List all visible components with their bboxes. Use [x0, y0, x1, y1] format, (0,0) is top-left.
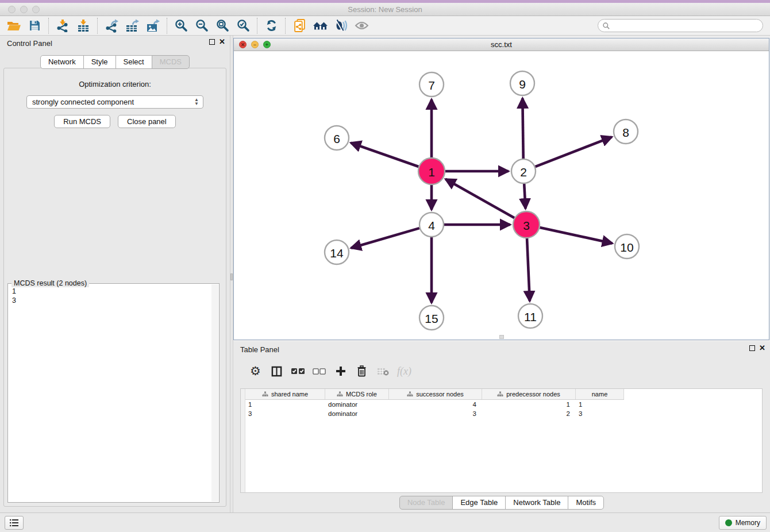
table-body: 1dominator4113dominator323	[245, 400, 762, 418]
network-resize-grip[interactable]	[499, 335, 504, 339]
graph-edge-3-11[interactable]	[527, 238, 530, 301]
tab-edge-table[interactable]: Edge Table	[452, 496, 506, 510]
table-row[interactable]: 1dominator411	[245, 400, 762, 409]
tab-node-table[interactable]: Node Table	[399, 496, 453, 510]
graph-edge-3-10[interactable]	[540, 228, 612, 243]
network-canvas[interactable]: 7968124314101511	[234, 51, 769, 340]
column-header-MCDS-role[interactable]: MCDS role	[325, 389, 389, 399]
column-header-shared-name[interactable]: shared name	[245, 389, 325, 399]
close-panel-icon[interactable]: ✕	[219, 39, 225, 45]
graph-node-10[interactable]: 10	[615, 234, 639, 259]
graph-node-2[interactable]: 2	[511, 159, 536, 183]
export-network-button[interactable]	[101, 17, 122, 34]
graph-node-1[interactable]: 1	[418, 158, 445, 184]
deselect-all-button[interactable]	[309, 361, 330, 381]
graph-node-11[interactable]: 11	[518, 304, 542, 328]
table-panel-header: Table Panel ✕	[233, 342, 770, 357]
float-panel-icon[interactable]	[749, 345, 755, 351]
function-builder-button[interactable]: f(x)	[394, 361, 415, 381]
graph-edge-4-14[interactable]	[351, 228, 419, 248]
close-panel-button[interactable]: Close panel	[118, 115, 176, 128]
table-cell[interactable]: dominator	[325, 409, 389, 418]
main-toolbar	[0, 16, 770, 36]
select-all-button[interactable]	[287, 361, 309, 381]
zoom-in-button[interactable]	[171, 17, 191, 34]
graph-node-8[interactable]: 8	[614, 119, 638, 144]
criterion-dropdown[interactable]: strongly connected component ▲▼	[26, 95, 203, 109]
graph-node-6[interactable]: 6	[325, 126, 349, 150]
table-cell[interactable]: 3	[576, 409, 624, 418]
toolbar-separator	[285, 18, 286, 34]
refresh-layout-button[interactable]	[261, 17, 282, 34]
graph-node-14[interactable]: 14	[325, 240, 349, 264]
table-cell[interactable]: 4	[389, 400, 482, 409]
table-cell[interactable]: 1	[576, 400, 624, 409]
row-gutter	[241, 389, 245, 492]
graph-edge-2-8[interactable]	[536, 137, 612, 167]
export-image-button[interactable]	[143, 17, 163, 34]
float-panel-icon[interactable]	[209, 39, 215, 45]
delete-table-button[interactable]	[372, 361, 394, 381]
column-header-successor-nodes[interactable]: successor nodes	[389, 389, 482, 399]
open-file-button[interactable]	[3, 17, 24, 34]
trash-icon	[357, 365, 367, 377]
table-panel: Table Panel ✕ ⚙	[233, 342, 770, 512]
delete-column-button[interactable]	[351, 361, 372, 381]
show-hidden-button[interactable]	[351, 17, 372, 34]
splitter-grip[interactable]	[230, 273, 233, 280]
node-table: shared nameMCDS rolesuccessor nodesprede…	[240, 388, 763, 493]
tab-network-table[interactable]: Network Table	[505, 496, 568, 510]
graph-node-9[interactable]: 9	[510, 71, 534, 95]
add-column-button[interactable]	[330, 361, 351, 381]
table-cell[interactable]: 3	[245, 409, 325, 418]
clone-network-button[interactable]	[289, 17, 310, 34]
task-history-button[interactable]	[5, 516, 24, 530]
table-options-button[interactable]: ⚙	[245, 361, 266, 381]
search-field[interactable]	[598, 19, 763, 32]
graph-edge-2-9[interactable]	[522, 98, 523, 159]
toolbar-separator	[48, 18, 49, 34]
node-label: 14	[330, 246, 344, 260]
graph-node-3[interactable]: 3	[513, 211, 540, 238]
zoom-out-button[interactable]	[191, 17, 212, 34]
save-session-button[interactable]	[24, 17, 45, 34]
import-table-button[interactable]	[73, 17, 94, 34]
table-cell[interactable]: 3	[389, 409, 482, 418]
graph-edge-3-1[interactable]	[445, 179, 514, 218]
tab-style[interactable]: Style	[83, 55, 116, 69]
graph-edge-1-6[interactable]	[351, 143, 419, 167]
show-columns-button[interactable]	[266, 361, 287, 381]
memory-button[interactable]: Memory	[719, 516, 767, 530]
graph-node-4[interactable]: 4	[419, 213, 444, 237]
export-table-button[interactable]	[122, 17, 143, 34]
table-cell[interactable]: 1	[245, 400, 325, 409]
table-cell[interactable]: dominator	[325, 400, 389, 409]
home-networks-button[interactable]	[310, 17, 330, 34]
column-header-predecessor-nodes[interactable]: predecessor nodes	[482, 389, 576, 399]
run-mcds-button[interactable]: Run MCDS	[54, 115, 110, 128]
graph-node-15[interactable]: 15	[419, 306, 444, 330]
result-scrollbar[interactable]	[211, 284, 218, 502]
table-row[interactable]: 3dominator323	[245, 409, 762, 418]
import-network-button[interactable]	[52, 17, 73, 34]
column-header-label: shared name	[271, 391, 308, 398]
search-input[interactable]	[613, 22, 758, 30]
tab-select[interactable]: Select	[116, 55, 152, 69]
table-cell[interactable]: 2	[482, 409, 576, 418]
network-window-title: scc.txt	[234, 40, 769, 49]
tab-motifs[interactable]: Motifs	[568, 496, 604, 510]
hide-graphics-details-button[interactable]	[330, 17, 351, 34]
tab-mcds[interactable]: MCDS	[152, 55, 190, 69]
graph-edge-2-3[interactable]	[524, 184, 525, 209]
graph-node-7[interactable]: 7	[419, 72, 444, 97]
mcds-result-list: 1 3	[12, 287, 211, 501]
save-session-icon	[29, 20, 41, 32]
column-header-name[interactable]: name	[576, 389, 624, 399]
close-panel-icon[interactable]: ✕	[759, 345, 765, 351]
network-window-titlebar[interactable]: ✕ − + scc.txt	[234, 38, 769, 51]
zoom-selected-button[interactable]	[233, 17, 253, 34]
column-header-label: MCDS role	[346, 391, 377, 398]
table-cell[interactable]: 1	[482, 400, 576, 409]
tab-network[interactable]: Network	[40, 55, 84, 69]
zoom-fit-button[interactable]	[212, 17, 233, 34]
